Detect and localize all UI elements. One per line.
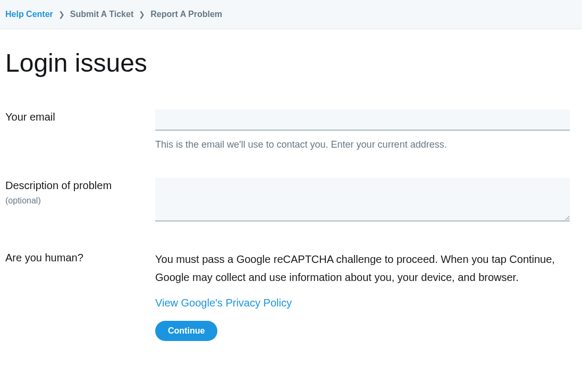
privacy-policy-link[interactable]: View Google's Privacy Policy bbox=[155, 297, 292, 309]
description-optional-label: (optional) bbox=[5, 196, 155, 206]
captcha-description: You must pass a Google reCAPTCHA challen… bbox=[155, 250, 570, 286]
description-label: Description of problem bbox=[5, 178, 155, 193]
breadcrumb-report-problem: Report A Problem bbox=[150, 10, 222, 19]
email-row: Your email This is the email we'll use t… bbox=[5, 109, 577, 151]
email-help-text: This is the email we'll use to contact y… bbox=[155, 138, 570, 151]
breadcrumb-submit-ticket: Submit A Ticket bbox=[70, 10, 133, 19]
chevron-right-icon: ❯ bbox=[139, 10, 145, 19]
chevron-right-icon: ❯ bbox=[58, 10, 65, 19]
captcha-label: Are you human? bbox=[5, 250, 155, 265]
email-label: Your email bbox=[5, 109, 155, 124]
page-title: Login issues bbox=[5, 48, 577, 78]
breadcrumb-help-center[interactable]: Help Center bbox=[5, 10, 53, 19]
main-content: Login issues Your email This is the emai… bbox=[0, 48, 582, 341]
breadcrumb: Help Center ❯ Submit A Ticket ❯ Report A… bbox=[0, 0, 582, 29]
email-input[interactable] bbox=[155, 109, 570, 131]
continue-button[interactable]: Continue bbox=[155, 321, 217, 341]
description-row: Description of problem (optional) bbox=[5, 178, 577, 224]
description-textarea[interactable] bbox=[155, 178, 570, 221]
captcha-row: Are you human? You must pass a Google re… bbox=[5, 250, 577, 341]
